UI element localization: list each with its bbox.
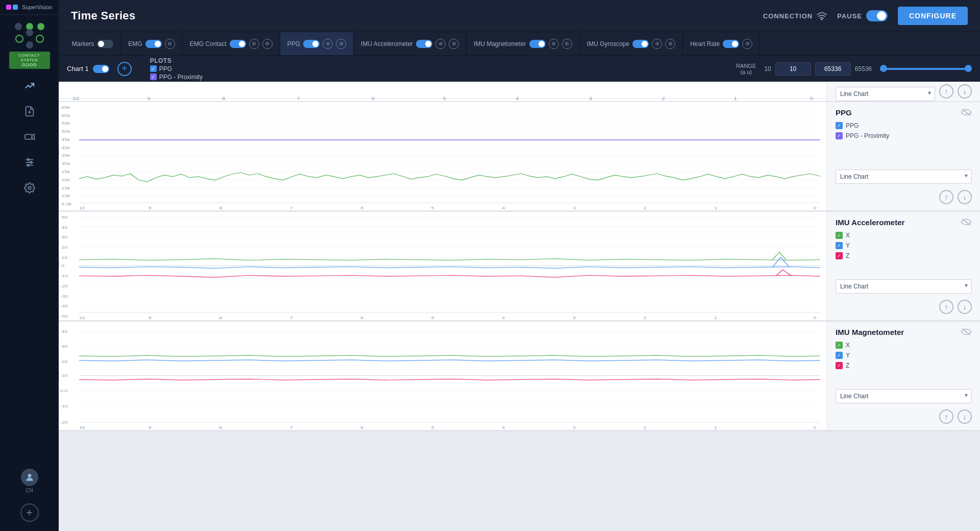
emg-toggle[interactable]	[145, 40, 162, 48]
imu-acc-z-label: Z	[846, 252, 849, 259]
imu-mag-down-button[interactable]: ↓	[958, 409, 972, 424]
ppg-panel-actions: ↑ ↓	[836, 190, 972, 204]
chart-type-select-0[interactable]: Line Chart Bar Chart	[836, 87, 935, 101]
contact-status-badge: CONTACT STATUS GOOD	[9, 52, 50, 69]
imu-mag-icon1[interactable]: ⊕	[549, 39, 559, 49]
svg-text:50: 50	[61, 215, 67, 219]
sidebar-item-newfile[interactable]	[0, 99, 59, 124]
svg-text:a.u: a.u	[59, 150, 61, 155]
svg-text:-30: -30	[60, 294, 68, 298]
ppg-hide-icon[interactable]	[961, 108, 972, 119]
sidebar-user[interactable]: CN	[0, 463, 59, 499]
sensor-heart[interactable]: Heart Rate ⊕	[683, 32, 760, 55]
sensor-ppg[interactable]: PPG ⊕ ⊕	[280, 32, 354, 55]
add-chart-button[interactable]: +	[117, 62, 132, 76]
svg-text:9: 9	[147, 96, 151, 101]
chart1-toggle[interactable]	[93, 65, 109, 73]
chart-main-0: 10 9 8 7 6 5 4 3 2 1 0	[59, 82, 827, 101]
ppg-prox-checkbox[interactable]: ✓	[150, 74, 157, 80]
svg-text:4: 4	[502, 206, 505, 210]
imu-mag-toggle[interactable]	[529, 40, 546, 48]
ppg-legend-checkbox[interactable]: ✓	[836, 122, 843, 129]
ppg-icon1[interactable]: ⊕	[323, 39, 333, 49]
imu-mag-icon2[interactable]: ⊕	[562, 39, 572, 49]
imu-acc-x-checkbox[interactable]: ✓	[836, 232, 843, 239]
svg-text:55k: 55k	[61, 122, 70, 126]
imu-mag-y-checkbox[interactable]: ✓	[836, 352, 843, 359]
imu-acc-hide-icon[interactable]	[961, 218, 972, 229]
range-slider[interactable]	[880, 68, 972, 70]
ppg-chart-type-select[interactable]: Line Chart Bar Chart	[836, 170, 972, 184]
range-label: RANGE(a.u)	[736, 63, 756, 75]
heart-toggle[interactable]	[723, 40, 739, 48]
imu-acc-z-checkbox[interactable]: ✓	[836, 252, 843, 259]
emg-contact-icon1[interactable]: ⊕	[249, 39, 259, 49]
sensor-imu-acc[interactable]: IMU Accelerometer ⊕ ⊕	[354, 32, 467, 55]
pause-button[interactable]: PAUSE	[837, 10, 888, 21]
svg-text:40: 40	[61, 329, 67, 333]
sensor-markers[interactable]: Markers	[65, 32, 121, 55]
emg-settings-icon[interactable]: ⊕	[165, 39, 175, 49]
sensor-imu-mag[interactable]: IMU Magnetometer ⊕ ⊕	[467, 32, 580, 55]
markers-toggle[interactable]	[97, 40, 113, 48]
range-thumb-max[interactable]	[965, 65, 972, 72]
heart-icon1[interactable]: ⊕	[742, 39, 752, 49]
sensor-imu-acc-label: IMU Accelerometer	[361, 40, 413, 47]
emg-contact-toggle[interactable]	[230, 40, 246, 48]
page-title: Time Series	[71, 9, 135, 22]
ppg-up-button[interactable]: ↑	[939, 190, 953, 204]
imu-mag-panel-title: IMU Magnetometer	[836, 328, 904, 336]
svg-point-15	[28, 474, 31, 477]
svg-text:5: 5	[443, 96, 447, 101]
sidebar-item-chart[interactable]	[0, 73, 59, 99]
chart-panel-0: Line Chart Bar Chart ↑ ↓	[827, 82, 980, 101]
sensor-imu-gyro[interactable]: IMU Gyroscope ⊕ ⊕	[580, 32, 683, 55]
svg-text:9: 9	[149, 316, 152, 320]
sidebar-item-video[interactable]	[0, 124, 59, 150]
imu-acc-up-button[interactable]: ↑	[939, 300, 953, 314]
ppg-prox-legend-checkbox[interactable]: ✓	[836, 132, 843, 139]
svg-text:5: 5	[431, 316, 434, 320]
range-max-input[interactable]	[815, 62, 851, 76]
configure-button[interactable]: CONFIGURE	[898, 7, 968, 25]
range-thumb-min[interactable]	[880, 65, 887, 72]
imu-mag-z-checkbox[interactable]: ✓	[836, 362, 843, 369]
svg-text:-10: -10	[60, 274, 68, 278]
imu-mag-up-button[interactable]: ↑	[939, 409, 953, 424]
imu-gyro-icon1[interactable]: ⊕	[652, 39, 662, 49]
connection-label: CONNECTION	[763, 12, 813, 20]
imu-acc-chart-type-select[interactable]: Line Chart Bar Chart	[836, 279, 972, 294]
pause-toggle[interactable]	[866, 10, 888, 21]
range-min-input[interactable]	[775, 62, 811, 76]
ppg-down-button[interactable]: ↓	[958, 190, 972, 204]
app-name: SuperVision	[22, 4, 52, 10]
imu-acc-icon1[interactable]: ⊕	[435, 39, 446, 49]
sidebar-nav	[0, 73, 59, 201]
imu-mag-hide-icon[interactable]	[961, 328, 972, 339]
ppg-icon2[interactable]: ⊕	[336, 39, 346, 49]
plot-ppg-prox: ✓ PPG - Proximity	[150, 74, 203, 81]
chart0-down-button[interactable]: ↓	[958, 84, 972, 99]
ppg-checkbox[interactable]: ✓	[150, 65, 157, 72]
imu-gyro-icon2[interactable]: ⊕	[665, 39, 675, 49]
ppg-legend-prox: ✓ PPG - Proximity	[836, 132, 972, 139]
emg-contact-icon2[interactable]: ⊕	[262, 39, 273, 49]
sensor-emg-contact[interactable]: EMG Contact ⊕ ⊕	[183, 32, 280, 55]
chart0-up-button[interactable]: ↑	[939, 84, 953, 99]
svg-text:6: 6	[372, 96, 375, 101]
imu-mag-x-checkbox[interactable]: ✓	[836, 342, 843, 349]
connection-button[interactable]: CONNECTION	[763, 12, 827, 20]
imu-acc-y-checkbox[interactable]: ✓	[836, 242, 843, 249]
sidebar-item-settings[interactable]	[0, 175, 59, 201]
imu-acc-toggle[interactable]	[416, 40, 432, 48]
chart-tab-1: Chart 1	[67, 65, 109, 73]
sensor-emg[interactable]: EMG ⊕	[121, 32, 182, 55]
imu-mag-chart-type-select[interactable]: Line Chart Bar Chart	[836, 389, 972, 403]
ppg-toggle[interactable]	[303, 40, 320, 48]
sidebar-item-sliders[interactable]	[0, 150, 59, 175]
imu-acc-down-button[interactable]: ↓	[958, 300, 972, 314]
imu-gyro-toggle[interactable]	[632, 40, 649, 48]
imu-mag-x-label: X	[846, 342, 850, 349]
imu-acc-icon2[interactable]: ⊕	[449, 39, 459, 49]
add-session-button[interactable]: +	[20, 503, 39, 522]
